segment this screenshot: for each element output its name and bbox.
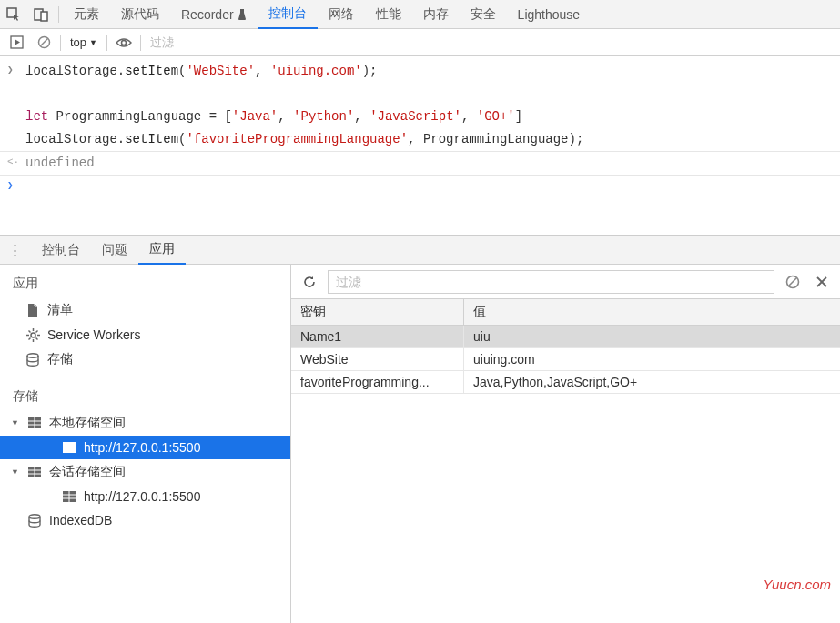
db-icon [25, 353, 40, 367]
clear-all-icon[interactable] [782, 271, 804, 293]
eye-icon[interactable] [113, 32, 135, 54]
sidebar-item-清单[interactable]: 清单 [0, 297, 290, 323]
flask-icon [238, 8, 247, 21]
console-line: <·undefined [0, 151, 840, 175]
svg-point-33 [29, 514, 40, 517]
tree-item-IndexedDB[interactable]: IndexedDB [0, 508, 290, 532]
separator [58, 6, 59, 23]
tab-recorder[interactable]: Recorder [170, 0, 258, 29]
drawer-tabs: ⋮ 控制台问题应用 [0, 236, 840, 265]
console-line [0, 83, 840, 106]
storage-main-panel: 密钥 值 Name1uiuWebSiteuiuing.comfavoritePr… [291, 265, 840, 623]
cell-key: WebSite [291, 348, 464, 370]
console-line: ❯localStorage.setItem('WebSite', 'uiuing… [0, 60, 840, 83]
svg-point-6 [122, 40, 127, 45]
separator [60, 35, 61, 51]
chevron-down-icon: ▼ [89, 38, 97, 47]
sidebar-item-Service Workers[interactable]: Service Workers [0, 323, 290, 347]
svg-line-12 [28, 330, 30, 332]
table-row[interactable]: favoriteProgramming...Java,Python,JavaSc… [291, 371, 840, 394]
table-header: 密钥 值 [291, 299, 840, 326]
drawer-tab-2[interactable]: 应用 [138, 236, 186, 265]
console-line: localStorage.setItem('favoriteProgrammin… [0, 128, 840, 151]
table-row[interactable]: WebSiteuiuing.com [291, 348, 840, 371]
context-label: top [70, 35, 86, 49]
tab-lighthouse[interactable]: Lighthouse [507, 0, 592, 29]
tab-控制台[interactable]: 控制台 [258, 0, 318, 29]
tab-安全[interactable]: 安全 [460, 0, 507, 29]
sidebar-item-存储[interactable]: 存储 [0, 347, 290, 372]
storage-filter-input[interactable] [328, 270, 774, 294]
file-icon [25, 303, 40, 317]
delete-icon[interactable] [811, 271, 833, 293]
tab-网络[interactable]: 网络 [318, 0, 365, 29]
gear-icon [25, 328, 40, 342]
svg-rect-2 [41, 12, 47, 21]
db-icon [27, 514, 42, 528]
separator [140, 35, 141, 51]
twisty-icon: ▼ [11, 467, 20, 477]
tab-内存[interactable]: 内存 [412, 0, 460, 29]
device-toggle-icon[interactable] [27, 0, 55, 29]
drawer-menu-icon[interactable]: ⋮ [4, 242, 27, 258]
tab-性能[interactable]: 性能 [365, 0, 412, 29]
column-key[interactable]: 密钥 [291, 299, 464, 325]
context-selector[interactable]: top ▼ [66, 35, 101, 49]
cell-value: uiuing.com [464, 348, 840, 370]
separator [106, 35, 107, 51]
inspect-icon[interactable] [0, 0, 27, 29]
tree-child-http://127.0.0.1:5500[interactable]: http://127.0.0.1:5500 [0, 485, 290, 508]
cell-value: uiu [464, 326, 840, 347]
sidebar-section-storage: 存储 [0, 383, 290, 410]
grid-icon [62, 491, 76, 502]
grid-icon [27, 417, 42, 428]
svg-line-15 [35, 330, 37, 332]
console-filter-input[interactable] [147, 34, 835, 51]
drawer-tab-0[interactable]: 控制台 [31, 236, 91, 265]
svg-line-5 [40, 39, 47, 46]
svg-point-16 [27, 353, 38, 357]
cell-value: Java,Python,JavaScript,GO+ [464, 371, 840, 393]
storage-table: 密钥 值 Name1uiuWebSiteuiuing.comfavoritePr… [291, 299, 840, 623]
grid-icon [27, 467, 42, 477]
execute-icon[interactable] [5, 32, 27, 54]
storage-toolbar [291, 265, 840, 299]
tree-item-会话存储空间[interactable]: ▼会话存储空间 [0, 459, 290, 485]
svg-point-7 [31, 333, 35, 337]
svg-line-35 [789, 278, 796, 286]
tab-源代码[interactable]: 源代码 [110, 0, 170, 29]
clear-console-icon[interactable] [33, 32, 55, 54]
twisty-icon: ▼ [11, 418, 20, 427]
tree-child-http://127.0.0.1:5500[interactable]: http://127.0.0.1:5500 [0, 436, 290, 459]
drawer-tab-1[interactable]: 问题 [91, 236, 138, 265]
column-value[interactable]: 值 [464, 299, 840, 325]
devtools-top-tabs: 元素源代码Recorder控制台网络性能内存安全Lighthouse [0, 0, 840, 29]
console-toolbar: top ▼ [0, 29, 840, 56]
grid-icon [62, 442, 76, 453]
table-row[interactable]: Name1uiu [291, 326, 840, 348]
sidebar-section-application: 应用 [0, 270, 290, 297]
cell-key: favoriteProgramming... [291, 371, 464, 393]
console-prompt[interactable]: ❯ [0, 175, 840, 179]
console-line: let ProgrammingLanguage = ['Java', 'Pyth… [0, 106, 840, 128]
tree-item-本地存储空间[interactable]: ▼本地存储空间 [0, 410, 290, 436]
refresh-icon[interactable] [299, 271, 320, 293]
console-output[interactable]: ❯localStorage.setItem('WebSite', 'uiuing… [0, 56, 840, 235]
drawer-panel: ⋮ 控制台问题应用 应用 清单Service Workers存储 存储 ▼本地存… [0, 235, 840, 623]
svg-line-14 [28, 337, 30, 339]
tab-元素[interactable]: 元素 [63, 0, 110, 29]
cell-key: Name1 [291, 326, 464, 347]
svg-line-13 [35, 337, 37, 339]
application-sidebar: 应用 清单Service Workers存储 存储 ▼本地存储空间http://… [0, 265, 291, 623]
